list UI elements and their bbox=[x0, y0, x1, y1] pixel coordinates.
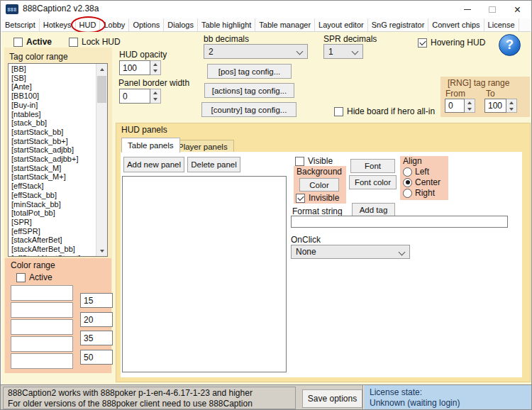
tag-color-range-listbox[interactable]: [BB][SB][Ante][BB100][Buy-in][ntables][s… bbox=[8, 63, 108, 257]
scrollbar-thumb[interactable] bbox=[97, 76, 106, 103]
lock-hud-checkbox-label: Lock HUD bbox=[82, 37, 121, 47]
save-options-button[interactable]: Save options bbox=[302, 389, 362, 408]
tag-list-item[interactable]: [startStack_bb+] bbox=[9, 137, 96, 146]
add-new-panel-button[interactable]: Add new panel bbox=[123, 157, 184, 172]
align-center-radio[interactable]: Center bbox=[403, 177, 440, 187]
font-button[interactable]: Font bbox=[350, 159, 395, 173]
window-title: 888Caption2 v2.38a bbox=[23, 4, 99, 13]
color-swatch[interactable] bbox=[11, 319, 73, 335]
actions-tag-config-button[interactable]: [actions] tag config... bbox=[204, 83, 294, 98]
listbox-scrollbar[interactable] bbox=[96, 64, 107, 256]
tab-license[interactable]: License bbox=[484, 18, 519, 31]
tag-list-item[interactable]: [minStack_bb] bbox=[9, 200, 96, 209]
hide-board-label: Hide board if hero all-in bbox=[347, 106, 435, 116]
tab-betscript[interactable]: Betscript bbox=[1, 18, 40, 31]
align-left-radio[interactable]: Left bbox=[403, 167, 429, 177]
background-panel: Background Color Invisible bbox=[294, 166, 346, 204]
spin-down-button[interactable] bbox=[150, 96, 160, 104]
spr-decimals-dropdown[interactable]: 1 bbox=[323, 44, 363, 59]
color-swatch[interactable] bbox=[11, 336, 73, 352]
font-color-button[interactable]: Font color bbox=[349, 175, 397, 189]
rng-to-input[interactable] bbox=[484, 99, 506, 113]
align-right-radio[interactable]: Right bbox=[403, 188, 435, 198]
question-mark: ? bbox=[506, 38, 514, 52]
tag-list-item[interactable]: [startStack_adjbb+] bbox=[9, 155, 96, 164]
maximize-button[interactable] bbox=[481, 1, 503, 18]
onclick-dropdown[interactable]: None bbox=[291, 245, 410, 259]
color-range-value-4[interactable] bbox=[80, 350, 113, 365]
minimize-button[interactable] bbox=[456, 1, 478, 18]
visible-checkbox[interactable]: Visible bbox=[295, 156, 333, 166]
tab-convert-chips[interactable]: Convert chips bbox=[428, 18, 484, 31]
spin-up-button[interactable] bbox=[150, 89, 160, 96]
tag-list-item[interactable]: [Ante] bbox=[9, 82, 96, 92]
color-swatch[interactable] bbox=[11, 302, 73, 318]
tab-player-panels[interactable]: Player panels bbox=[172, 140, 234, 153]
country-tag-config-button[interactable]: [country] tag config... bbox=[201, 102, 297, 117]
tag-list-item[interactable]: [startStack_M+] bbox=[9, 172, 96, 182]
status-bar: 888Caption2 works with 888poker p-1-en-4… bbox=[1, 384, 532, 410]
spin-up-button[interactable] bbox=[465, 99, 475, 106]
tag-list-item[interactable]: [stack_bb] bbox=[9, 118, 96, 128]
tag-list-item[interactable]: [totalPot_bb] bbox=[9, 209, 96, 218]
color-range-value-2[interactable] bbox=[80, 312, 113, 327]
delete-panel-button[interactable]: Delete panel bbox=[187, 157, 240, 172]
spin-down-button[interactable] bbox=[150, 68, 160, 75]
spin-up-button[interactable] bbox=[150, 61, 160, 68]
tab-sng-registrator[interactable]: SnG registrator bbox=[368, 18, 429, 31]
hovering-hud-checkbox[interactable]: Hovering HUD bbox=[418, 38, 485, 48]
background-color-button[interactable]: Color bbox=[299, 178, 339, 192]
tag-list-item[interactable]: [effStack_bb] bbox=[9, 191, 96, 200]
tag-list-item[interactable]: [stackAfterBet_bb] bbox=[9, 245, 96, 254]
tag-list-item[interactable]: [stackAfterBet] bbox=[9, 236, 96, 245]
tag-list-item[interactable]: [SB] bbox=[9, 74, 96, 83]
lock-hud-checkbox[interactable]: Lock HUD bbox=[69, 37, 121, 47]
spin-up-button[interactable] bbox=[506, 99, 516, 106]
tab-lobby[interactable]: Lobby bbox=[100, 18, 129, 31]
tab-hotkeys[interactable]: Hotkeys bbox=[40, 18, 76, 31]
bb-decimals-dropdown[interactable]: 2 bbox=[204, 44, 308, 59]
hide-board-checkbox[interactable]: Hide board if hero all-in bbox=[334, 106, 435, 116]
tag-list-item[interactable]: [SPR] bbox=[9, 218, 96, 227]
tag-list-item[interactable]: [effSPR] bbox=[9, 227, 96, 236]
tag-list-item[interactable]: [startStack_bb] bbox=[9, 128, 96, 137]
format-string-input[interactable] bbox=[291, 216, 508, 228]
tag-list-item[interactable]: [BB100] bbox=[9, 92, 96, 101]
tab-table-manager[interactable]: Table manager bbox=[255, 18, 315, 31]
panels-listbox[interactable] bbox=[122, 176, 287, 372]
color-range-active-checkbox[interactable]: Active bbox=[16, 272, 52, 282]
rng-from-input[interactable] bbox=[445, 99, 465, 113]
active-checkbox[interactable]: Active bbox=[13, 37, 52, 47]
help-icon[interactable]: ? bbox=[499, 34, 521, 56]
tab-options[interactable]: Options bbox=[129, 18, 164, 31]
tab-table-highlight[interactable]: Table highlight bbox=[198, 18, 255, 31]
add-tag-button[interactable]: Add tag bbox=[352, 203, 395, 216]
tag-list-item[interactable]: [BB] bbox=[9, 65, 96, 74]
tag-list-item[interactable]: [startStack_adjbb] bbox=[9, 145, 96, 155]
tag-list-item[interactable]: [startStack_M] bbox=[9, 164, 96, 173]
color-range-value-1[interactable] bbox=[80, 293, 113, 308]
scroll-down-icon[interactable] bbox=[96, 245, 107, 256]
pos-tag-config-button[interactable]: [pos] tag config... bbox=[207, 64, 292, 79]
color-swatch[interactable] bbox=[11, 353, 73, 369]
tag-list-item[interactable]: [effStackNextStreet] bbox=[9, 254, 96, 256]
tag-list-item[interactable]: [effStack] bbox=[9, 182, 96, 191]
tab-table-panels[interactable]: Table panels bbox=[121, 138, 180, 153]
spin-down-button[interactable] bbox=[465, 106, 475, 112]
tab-dialogs[interactable]: Dialogs bbox=[164, 18, 198, 31]
spin-down-button[interactable] bbox=[506, 106, 516, 112]
color-swatch[interactable] bbox=[11, 285, 73, 301]
tag-list-item[interactable]: [ntables] bbox=[9, 110, 96, 119]
rng-tag-range-label: [RNG] tag range bbox=[448, 78, 509, 88]
color-range-panel: Color range Active bbox=[5, 258, 111, 373]
invisible-checkbox[interactable]: Invisible bbox=[296, 193, 339, 203]
hud-opacity-input[interactable] bbox=[119, 60, 150, 75]
panel-border-width-input[interactable] bbox=[119, 89, 150, 104]
tab-hud[interactable]: HUD bbox=[76, 18, 101, 31]
tab-layout-editor[interactable]: Layout editor bbox=[315, 18, 368, 31]
color-range-value-3[interactable] bbox=[80, 331, 113, 345]
close-button[interactable]: × bbox=[506, 1, 528, 18]
tag-list-item[interactable]: [Buy-in] bbox=[9, 101, 96, 110]
scroll-up-icon[interactable] bbox=[96, 64, 107, 74]
hovering-hud-label: Hovering HUD bbox=[431, 38, 485, 48]
